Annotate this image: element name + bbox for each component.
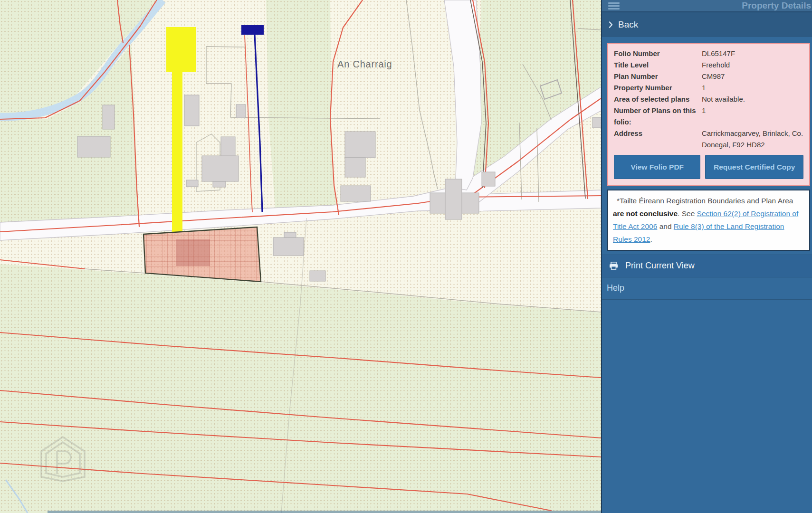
disclaimer-text: .: [650, 235, 652, 243]
view-folio-pdf-button[interactable]: View Folio PDF: [614, 155, 700, 179]
selected-parcel[interactable]: [143, 227, 261, 282]
disclaimer-text: . See: [678, 209, 697, 218]
property-row: Address Carrickmacgarvey, Brinlack, Co. …: [614, 128, 803, 151]
property-row: Folio Number DL65147F: [614, 48, 803, 59]
disclaimer-bold: are not conclusive: [613, 209, 678, 218]
property-row: Plan Number CM987: [614, 71, 803, 82]
roads: [0, 0, 601, 240]
chevron-right-icon: [609, 21, 613, 28]
print-label: Print Current View: [625, 261, 695, 271]
boundaries-disclaimer: *Tailte Éireann Registration Boundaries …: [607, 190, 810, 251]
print-current-view-button[interactable]: Print Current View: [602, 255, 812, 277]
row-value: 1: [702, 82, 803, 94]
row-value: DL65147F: [702, 48, 803, 59]
watermark-logo: [41, 437, 85, 481]
row-label: Property Number: [614, 82, 696, 94]
property-row: Property Number 1: [614, 82, 803, 94]
back-label: Back: [618, 19, 638, 30]
row-label: Area of selected plans: [614, 94, 696, 105]
sidebar-title: Property Details: [742, 0, 811, 11]
row-label: Title Level: [614, 59, 696, 71]
request-certified-copy-button[interactable]: Request Certified Copy: [705, 155, 803, 179]
panel-actions: View Folio PDF Request Certified Copy: [614, 155, 803, 179]
place-label: An Charraig: [337, 59, 392, 69]
bottom-edge-bar: [48, 511, 601, 513]
yellow-highlight-plan[interactable]: [166, 27, 196, 232]
navy-flag-marker[interactable]: [241, 25, 264, 212]
map-features-layer: An Charraig: [0, 0, 601, 513]
property-details-sidebar: Property Details Back Folio Number DL651…: [601, 0, 812, 513]
property-row: Area of selected plans Not available.: [614, 94, 803, 105]
help-label: Help: [607, 283, 624, 293]
menu-icon[interactable]: [608, 2, 620, 10]
row-value: Freehold: [702, 59, 803, 71]
printer-icon: [609, 262, 618, 270]
property-info-panel: Folio Number DL65147F Title Level Freeho…: [607, 43, 810, 186]
disclaimer-text: *Tailte Éireann Registration Boundaries …: [617, 197, 793, 205]
row-value: Carrickmacgarvey, Brinlack, Co. Donegal,…: [702, 128, 803, 151]
map-viewport[interactable]: An Charraig: [0, 0, 601, 513]
property-row: Title Level Freehold: [614, 59, 803, 71]
help-button[interactable]: Help: [602, 277, 812, 300]
sidebar-header: Property Details: [602, 0, 812, 11]
row-label: Address: [614, 128, 696, 151]
row-value: CM987: [702, 71, 803, 82]
disclaimer-text: and: [657, 222, 673, 230]
row-label: Plan Number: [614, 71, 696, 82]
app-window: An Charraig Property Details Back Folio …: [0, 0, 812, 513]
row-label: Folio Number: [614, 48, 696, 59]
property-row: Number of Plans on this folio: 1: [614, 105, 803, 128]
row-label: Number of Plans on this folio:: [614, 105, 696, 128]
row-value: 1: [702, 105, 803, 128]
back-button[interactable]: Back: [602, 11, 812, 37]
row-value: Not available.: [702, 94, 803, 105]
stream: [0, 0, 162, 513]
